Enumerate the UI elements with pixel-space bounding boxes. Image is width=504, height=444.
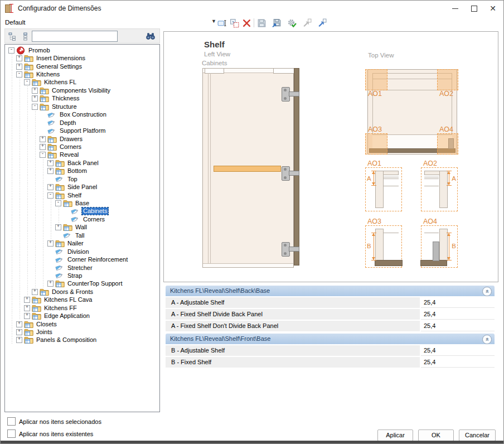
side-panel-section — [375, 229, 384, 261]
apply-existing-checkbox[interactable] — [7, 429, 16, 438]
expand-icon[interactable]: + — [40, 136, 47, 142]
close-button[interactable]: ✕ — [483, 1, 502, 16]
ok-button[interactable]: OK — [418, 429, 454, 441]
collapse-icon[interactable]: - — [24, 79, 32, 85]
folder-icon — [47, 136, 59, 143]
rename-profile-icon[interactable] — [217, 18, 227, 28]
tree-item[interactable]: Top — [5, 175, 159, 183]
minimize-button[interactable] — [445, 1, 464, 16]
tree-item[interactable]: -Base — [5, 199, 159, 207]
expand-icon[interactable]: + — [24, 313, 32, 319]
tree-item[interactable]: +Closets — [5, 320, 159, 328]
expand-icon[interactable]: + — [16, 329, 24, 335]
expand-icon[interactable]: + — [24, 305, 32, 311]
tree-item[interactable]: Division — [5, 248, 159, 255]
tree-item[interactable]: +Joints — [5, 328, 159, 336]
tree-item[interactable]: +Insert Dimensions — [5, 54, 159, 62]
apply-settings-icon[interactable] — [287, 18, 297, 28]
save-to-file-icon[interactable] — [272, 18, 282, 28]
tree-item[interactable]: -Kitchens — [5, 70, 159, 78]
tree-item[interactable]: +General Settings — [5, 62, 159, 70]
tree-item[interactable]: Depth — [5, 119, 159, 127]
tree-item[interactable]: +Kitchens FF — [5, 304, 159, 312]
expand-icon[interactable]: + — [47, 240, 55, 247]
dimension-value-cell[interactable]: 25,4 — [421, 309, 495, 320]
collapse-tree-icon[interactable] — [8, 32, 17, 41]
tree-item[interactable]: -Promob — [5, 46, 159, 54]
tree-item-label: CounterTop Support — [66, 280, 123, 287]
apply-button[interactable]: Aplicar — [377, 429, 413, 441]
expand-icon[interactable]: + — [47, 184, 55, 190]
tree-item[interactable]: -Kitchens FL — [5, 79, 159, 86]
tree-item[interactable]: Support Platform — [5, 127, 159, 134]
delete-profile-icon[interactable] — [241, 18, 252, 28]
tree-item[interactable]: +Doors & Fronts — [5, 288, 159, 296]
profile-combobox[interactable]: Default — [5, 19, 25, 26]
expand-icon[interactable]: + — [40, 144, 47, 150]
tree-item[interactable]: +Corners — [5, 143, 159, 151]
tree-item[interactable]: Corners — [5, 215, 159, 223]
corner-zone-ao2 — [437, 69, 458, 90]
expand-icon[interactable]: + — [16, 55, 24, 61]
apply-selected-checkbox[interactable] — [7, 417, 16, 426]
tree-item[interactable]: +Drawers — [5, 135, 159, 143]
link-icon[interactable] — [317, 18, 327, 28]
tree-item[interactable]: +Thickness — [5, 95, 159, 103]
tree-item[interactable]: Cabinets — [5, 207, 159, 215]
dimension-value-cell[interactable]: 25,4 — [421, 357, 495, 368]
link-disabled-icon[interactable] — [302, 18, 312, 28]
tree-guide-line — [16, 199, 24, 207]
expand-icon[interactable]: + — [55, 224, 63, 230]
duplicate-profile-icon[interactable] — [229, 18, 240, 28]
tree-item[interactable]: -Shelf — [5, 191, 159, 199]
expand-icon[interactable]: + — [47, 168, 55, 174]
collapse-icon[interactable]: - — [55, 200, 63, 206]
tree-item[interactable]: Corner Reinforcement — [5, 255, 159, 263]
tree-item[interactable]: Strap — [5, 272, 159, 279]
collapse-group-icon[interactable]: » — [482, 335, 492, 344]
expand-icon[interactable]: + — [47, 160, 55, 166]
cancel-button[interactable]: Cancelar — [459, 429, 496, 441]
collapse-icon[interactable]: - — [40, 152, 47, 158]
tree-guide-line — [24, 288, 32, 296]
tree-item[interactable]: Box Construction — [5, 111, 159, 119]
save-icon[interactable] — [256, 18, 267, 28]
tree-item[interactable]: +Components Visibility — [5, 86, 159, 94]
tree-item[interactable]: -Reveal — [5, 151, 159, 159]
chevron-down-icon[interactable]: ▼ — [211, 18, 216, 24]
expand-icon[interactable]: + — [16, 321, 24, 327]
tree-item-label: Reveal — [59, 151, 80, 158]
find-binoculars-icon[interactable] — [146, 32, 156, 41]
tree-item[interactable]: +Kitchens FL Cava — [5, 296, 159, 304]
tree-item[interactable]: +Wall — [5, 224, 159, 231]
expand-icon[interactable]: + — [32, 88, 40, 94]
tree-item[interactable]: +Panels & Composition — [5, 336, 159, 344]
dimension-value-cell[interactable]: 25,4 — [421, 321, 495, 331]
expand-icon[interactable]: + — [24, 297, 32, 303]
expand-icon[interactable]: + — [32, 95, 40, 102]
search-input[interactable] — [32, 31, 118, 42]
tree-item[interactable]: +CounterTop Support — [5, 280, 159, 288]
expand-icon[interactable]: + — [32, 289, 40, 295]
tree-item[interactable]: Tall — [5, 231, 159, 239]
expand-icon[interactable]: + — [47, 281, 55, 287]
maximize-button[interactable] — [464, 1, 483, 16]
dimension-value-cell[interactable]: 25,4 — [421, 345, 495, 356]
collapse-icon[interactable]: - — [16, 71, 24, 78]
collapse-icon[interactable]: - — [47, 192, 55, 199]
expand-icon[interactable]: + — [16, 337, 24, 343]
expand-icon[interactable]: + — [16, 64, 24, 70]
tree-item[interactable]: +Edge Application — [5, 312, 159, 320]
tree-guide-line — [16, 143, 24, 151]
collapse-group-icon[interactable]: » — [482, 287, 492, 296]
dimension-value-cell[interactable]: 25,4 — [421, 297, 495, 308]
tree-item[interactable]: -Structure — [5, 103, 159, 110]
collapse-icon[interactable]: - — [32, 104, 40, 110]
collapse-icon[interactable]: - — [8, 47, 16, 54]
tree-item[interactable]: +Nailer — [5, 240, 159, 248]
tree-item[interactable]: +Back Panel — [5, 159, 159, 167]
tree-item[interactable]: Stretcher — [5, 264, 159, 272]
expand-tree-icon[interactable] — [21, 32, 30, 41]
tree-item[interactable]: +Side Panel — [5, 183, 159, 191]
tree-item[interactable]: +Bottom — [5, 167, 159, 175]
